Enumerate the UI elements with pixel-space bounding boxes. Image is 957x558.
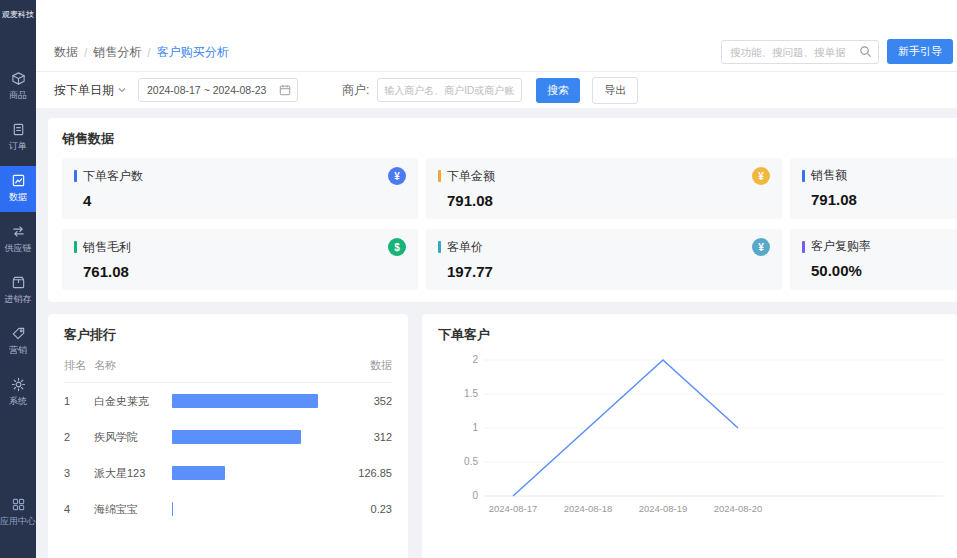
stat-tile: 销售毛利$761.08 — [62, 229, 418, 290]
topbar: 数据/销售分析/客户购买分析 新手引导 — [36, 0, 957, 72]
sidebar-item-label: 营销 — [9, 344, 27, 357]
date-range-picker — [138, 78, 298, 102]
merchant-search-box — [377, 78, 522, 102]
merchant-label: 商户: — [342, 82, 369, 99]
search-icon[interactable] — [859, 45, 872, 58]
stat-label: 客单价 — [447, 239, 483, 256]
ranking-name: 派大星123 — [94, 466, 172, 481]
ranking-value: 0.23 — [326, 503, 392, 515]
bottom-row: 客户排行 排名 名称 数据 1白金史莱克3522疾风学院3123派大星12312… — [48, 314, 957, 558]
ranking-table-header: 排名 名称 数据 — [64, 358, 392, 383]
content-area: 销售数据 下单客户数¥4下单金额¥791.08销售额791.08销售毛利$761… — [36, 108, 957, 558]
svg-text:2024-08-19: 2024-08-19 — [639, 503, 688, 514]
stat-value: 761.08 — [83, 263, 406, 280]
stat-accent-bar — [438, 170, 441, 182]
supply-icon — [11, 224, 26, 239]
ranking-value: 352 — [326, 395, 392, 407]
svg-text:2024-08-17: 2024-08-17 — [489, 503, 538, 514]
svg-text:0.5: 0.5 — [464, 456, 478, 467]
ranking-rank: 1 — [64, 395, 94, 407]
main-area: 数据/销售分析/客户购买分析 新手引导 按下单日期 商户: — [36, 0, 957, 558]
sidebar-item-goods[interactable]: 商品 — [0, 64, 36, 110]
sidebar-item-label: 数据 — [9, 191, 27, 204]
inventory-icon — [11, 275, 26, 290]
app-root: 观麦科技 商品订单数据供应链进销存营销系统 应用中心 数据/销售分析/客户购买分… — [0, 0, 957, 558]
apps-icon — [11, 497, 26, 512]
svg-text:1: 1 — [472, 422, 478, 433]
chart-card-title: 下单客户 — [438, 326, 941, 344]
stat-value: 4 — [83, 192, 406, 209]
export-button[interactable]: 导出 — [592, 77, 638, 104]
ranking-bar — [172, 430, 301, 444]
marketing-icon — [11, 326, 26, 341]
stat-value: 791.08 — [447, 192, 770, 209]
stat-accent-bar — [74, 241, 77, 253]
date-type-select[interactable]: 按下单日期 — [54, 82, 126, 99]
ranking-bar — [172, 394, 318, 408]
data-icon — [11, 173, 26, 188]
ranking-value: 312 — [326, 431, 392, 443]
sidebar-item-app-center[interactable]: 应用中心 — [0, 497, 36, 528]
global-search-input[interactable] — [730, 46, 859, 58]
sidebar-nav: 商品订单数据供应链进销存营销系统 — [0, 64, 36, 416]
sidebar-item-label: 应用中心 — [0, 515, 36, 528]
svg-text:1.5: 1.5 — [464, 388, 478, 399]
stat-tile: 客单价¥197.77 — [426, 229, 782, 290]
breadcrumb-item[interactable]: 销售分析 — [93, 44, 141, 61]
ranking-row: 2疾风学院312 — [64, 419, 392, 455]
sales-card-title: 销售数据 — [62, 130, 957, 148]
breadcrumb-item: 客户购买分析 — [157, 44, 229, 61]
breadcrumb-separator: / — [147, 46, 150, 60]
stat-label: 下单客户数 — [83, 168, 143, 185]
ranking-name: 海绵宝宝 — [94, 502, 172, 517]
name-column-header: 名称 — [94, 358, 172, 373]
stat-tile: 下单金额¥791.08 — [426, 158, 782, 219]
sidebar: 观麦科技 商品订单数据供应链进销存营销系统 应用中心 — [0, 0, 36, 558]
stats-grid: 下单客户数¥4下单金额¥791.08销售额791.08销售毛利$761.08客单… — [62, 158, 957, 290]
value-column-header: 数据 — [326, 358, 392, 373]
sidebar-item-label: 供应链 — [5, 242, 32, 255]
sidebar-item-label: 进销存 — [5, 293, 32, 306]
ranking-row: 4海绵宝宝0.23 — [64, 491, 392, 527]
search-button[interactable]: 搜索 — [536, 78, 580, 103]
goods-icon — [11, 71, 26, 86]
stat-value: 197.77 — [447, 263, 770, 280]
ranking-rank: 4 — [64, 503, 94, 515]
sidebar-item-inventory[interactable]: 进销存 — [0, 268, 36, 314]
customer-ranking-card: 客户排行 排名 名称 数据 1白金史莱克3522疾风学院3123派大星12312… — [48, 314, 408, 558]
date-range-input[interactable] — [147, 84, 279, 96]
sidebar-item-label: 系统 — [9, 395, 27, 408]
orders-line-chart: 00.511.522024-08-172024-08-182024-08-192… — [438, 348, 943, 523]
coin-icon: ¥ — [752, 167, 770, 185]
ranking-rows: 1白金史莱克3522疾风学院3123派大星123126.854海绵宝宝0.23 — [64, 383, 392, 527]
rank-column-header: 排名 — [64, 358, 94, 373]
merchant-search-input[interactable] — [384, 85, 515, 96]
stat-label: 销售额 — [811, 167, 847, 184]
sidebar-item-data[interactable]: 数据 — [0, 166, 36, 212]
sidebar-item-supply[interactable]: 供应链 — [0, 217, 36, 263]
orders-icon — [11, 122, 26, 137]
ranking-rank: 2 — [64, 431, 94, 443]
breadcrumb-item[interactable]: 数据 — [54, 44, 78, 61]
breadcrumb: 数据/销售分析/客户购买分析 — [54, 44, 229, 64]
guide-button[interactable]: 新手引导 — [887, 39, 953, 64]
svg-text:0: 0 — [472, 490, 478, 501]
chevron-down-icon — [118, 86, 126, 94]
ranking-name: 疾风学院 — [94, 430, 172, 445]
calendar-icon[interactable] — [279, 84, 291, 96]
stat-tile: 客户复购率50.00% — [790, 229, 957, 290]
ranking-card-title: 客户排行 — [64, 326, 392, 344]
sidebar-item-marketing[interactable]: 营销 — [0, 319, 36, 365]
svg-text:2024-08-20: 2024-08-20 — [714, 503, 763, 514]
svg-text:2024-08-18: 2024-08-18 — [564, 503, 613, 514]
ranking-row: 1白金史莱克352 — [64, 383, 392, 419]
stat-accent-bar — [438, 241, 441, 253]
sidebar-item-system[interactable]: 系统 — [0, 370, 36, 416]
sidebar-item-label: 商品 — [9, 89, 27, 102]
system-icon — [11, 377, 26, 392]
stat-label: 下单金额 — [447, 168, 495, 185]
sidebar-item-label: 订单 — [9, 140, 27, 153]
company-logo: 观麦科技 — [2, 0, 34, 24]
profit-icon: $ — [388, 238, 406, 256]
sidebar-item-orders[interactable]: 订单 — [0, 115, 36, 161]
